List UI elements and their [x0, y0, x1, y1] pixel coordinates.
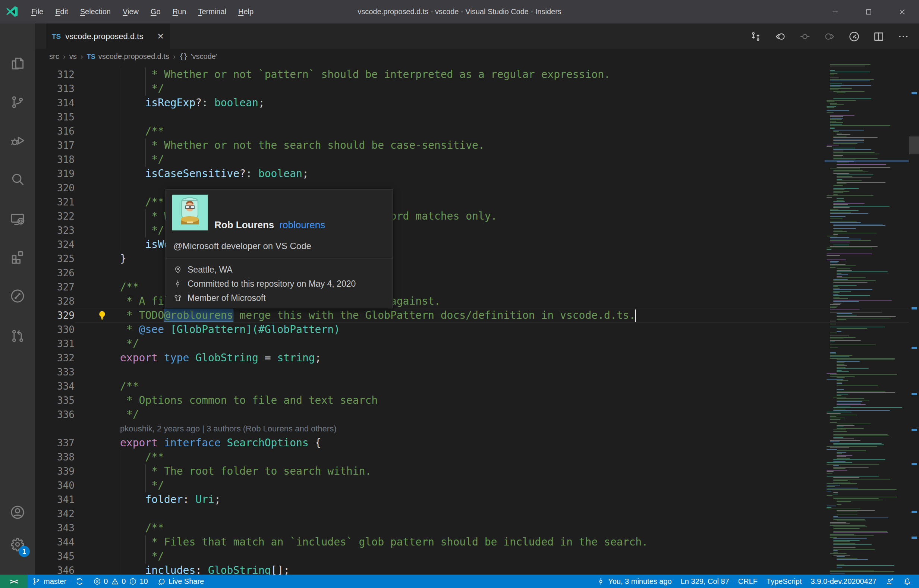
- scrollbar[interactable]: [909, 63, 919, 575]
- activitybar-gitlens[interactable]: [0, 280, 35, 312]
- breadcrumb-vscodeproposeddts[interactable]: TSvscode.proposed.d.ts: [87, 52, 169, 61]
- code-line-335[interactable]: 335 * Options common to file and text se…: [35, 393, 919, 407]
- minimap-line: [833, 136, 847, 136]
- compare-with-previous-icon: [799, 31, 811, 42]
- activitybar-extensions[interactable]: [0, 241, 35, 273]
- menu-view[interactable]: View: [117, 0, 145, 24]
- user-login-link[interactable]: roblourens: [279, 219, 325, 231]
- status-bar: >< master0010Live Share You, 3 minutes a…: [0, 575, 919, 588]
- menu-terminal[interactable]: Terminal: [192, 0, 232, 24]
- code-line-332[interactable]: 332export type GlobString = string;: [35, 351, 919, 365]
- code-line-319[interactable]: 319 isCaseSensitive?: boolean;: [35, 167, 919, 181]
- account-icon: [9, 504, 26, 520]
- menu-help[interactable]: Help: [232, 0, 260, 24]
- close-icon[interactable]: [885, 0, 919, 24]
- status-eol-sequence[interactable]: CRLF: [734, 575, 762, 588]
- menu-edit[interactable]: Edit: [49, 0, 74, 24]
- code-line-344[interactable]: 344 * Files that match an `includes` glo…: [35, 535, 919, 549]
- activitybar-search[interactable]: [0, 164, 35, 195]
- open-changes-icon[interactable]: [750, 31, 762, 42]
- breadcrumb-src[interactable]: src: [49, 52, 59, 61]
- status-live-share[interactable]: Live Share: [152, 575, 209, 588]
- code-line-329[interactable]: 329 * TODO@roblourens merge this with th…: [35, 309, 919, 323]
- status-sync[interactable]: [71, 575, 88, 588]
- menu-run[interactable]: Run: [166, 0, 192, 24]
- activitybar-accounts[interactable]: [0, 497, 35, 528]
- overview-ruler-mark: [911, 393, 917, 395]
- minimap-line: [830, 571, 895, 572]
- status-typescript-version[interactable]: 3.9.0-dev.20200427: [806, 575, 881, 588]
- code-line-337[interactable]: 337export interface SearchOptions {: [35, 436, 919, 450]
- more-actions-icon[interactable]: [897, 31, 909, 42]
- code-line-338[interactable]: 338 /**: [35, 450, 919, 464]
- code-line-317[interactable]: 317 * Whether or not the search should b…: [35, 138, 919, 152]
- status-feedback[interactable]: [881, 575, 898, 588]
- code-line-345[interactable]: 345 */: [35, 549, 919, 564]
- minimap-line: [833, 142, 864, 142]
- minimap-line: [833, 230, 843, 231]
- code-line-340[interactable]: 340 */: [35, 478, 919, 493]
- code-line-342[interactable]: 342: [35, 507, 919, 521]
- status-notifications[interactable]: [898, 575, 916, 588]
- remote-indicator[interactable]: ><: [0, 575, 27, 588]
- code-line-336[interactable]: 336 */: [35, 407, 919, 422]
- status-problems[interactable]: 0010: [88, 575, 152, 588]
- code-line-343[interactable]: 343 /**: [35, 521, 919, 535]
- previous-change-icon[interactable]: [774, 31, 786, 42]
- minimap-line: [830, 358, 895, 359]
- minimap-line: [833, 431, 847, 432]
- minimap-line: [827, 197, 832, 198]
- file-history-icon[interactable]: [848, 31, 860, 42]
- minimap-line: [837, 174, 874, 175]
- line-content: * Whether or not the search should be ca…: [120, 138, 485, 152]
- activitybar-run-and-debug[interactable]: [0, 125, 35, 156]
- minimap-line: [837, 456, 846, 457]
- error-icon: [93, 577, 102, 586]
- tab-close-icon[interactable]: ✕: [157, 32, 164, 41]
- activitybar-explorer[interactable]: [0, 48, 35, 79]
- code-line-312[interactable]: 312 * Whether or not `pattern` should be…: [35, 68, 919, 82]
- split-editor-icon[interactable]: [873, 31, 885, 42]
- minimap-line: [837, 391, 885, 391]
- minimap-line: [837, 316, 896, 317]
- code-line-333[interactable]: 333: [35, 365, 919, 379]
- tab-vscode-proposed[interactable]: TS vscode.proposed.d.ts ✕: [46, 24, 170, 49]
- code-line-334[interactable]: 334/**: [35, 379, 919, 393]
- status-cursor-position[interactable]: Ln 329, Col 87: [676, 575, 734, 588]
- activitybar-remote-explorer[interactable]: [0, 204, 35, 235]
- code-line-318[interactable]: 318 */: [35, 152, 919, 167]
- status-git-branch[interactable]: master: [27, 575, 71, 588]
- minimap-line: [830, 124, 842, 124]
- code-line-331[interactable]: 331 */: [35, 337, 919, 351]
- activitybar-source-control[interactable]: [0, 87, 35, 118]
- breadcrumb-vs[interactable]: vs: [69, 52, 77, 61]
- activitybar-github-pull-requests[interactable]: [0, 320, 35, 352]
- editor-pane[interactable]: 312 * Whether or not `pattern` should be…: [35, 63, 919, 575]
- code-line-313[interactable]: 313 */: [35, 82, 919, 96]
- code-line-315[interactable]: 315: [35, 110, 919, 124]
- status-language-mode[interactable]: TypeScript: [762, 575, 806, 588]
- minimize-icon[interactable]: [818, 0, 852, 24]
- lightbulb-icon[interactable]: [96, 310, 108, 321]
- code-line-341[interactable]: 341 folder: Uri;: [35, 493, 919, 507]
- code-line-339[interactable]: 339 * The root folder to search within.: [35, 464, 919, 478]
- code-line-346[interactable]: 346 includes: GlobString[];: [35, 564, 919, 575]
- line-number: 318: [35, 152, 74, 167]
- code-line-330[interactable]: 330 * @see [GlobPattern](#GlobPattern): [35, 323, 919, 337]
- activitybar-settings[interactable]: 1: [0, 529, 35, 560]
- code-line-316[interactable]: 316 /**: [35, 124, 919, 138]
- menu-selection[interactable]: Selection: [74, 0, 117, 24]
- menu-file[interactable]: File: [25, 0, 49, 24]
- minimap[interactable]: [825, 63, 909, 575]
- minimap-line: [837, 428, 864, 429]
- breadcrumb-vscode[interactable]: {}'vscode': [179, 52, 217, 61]
- minimap-line: [833, 430, 846, 430]
- minimap-line: [837, 362, 845, 363]
- minimap-line: [830, 333, 837, 333]
- minimap-line: [827, 464, 879, 465]
- maximize-icon[interactable]: [852, 0, 885, 24]
- scrollbar-thumb[interactable]: [909, 136, 919, 154]
- status-line-blame[interactable]: You, 3 minutes ago: [592, 575, 676, 588]
- menu-go[interactable]: Go: [145, 0, 166, 24]
- code-line-314[interactable]: 314 isRegExp?: boolean;: [35, 96, 919, 110]
